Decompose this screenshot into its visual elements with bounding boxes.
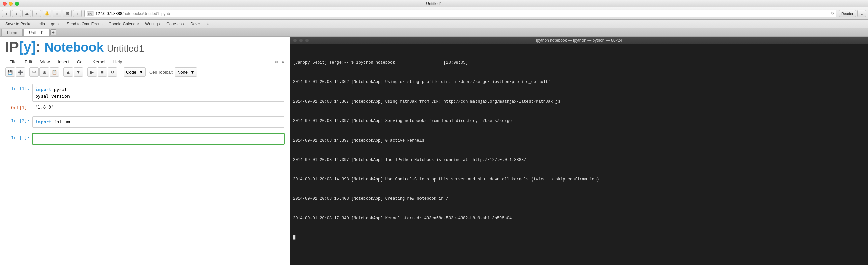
- address-host: 127.0.0.1:8888: [96, 11, 123, 16]
- toolbar-sep-1: [27, 69, 27, 75]
- cell-toolbar-arrow: ▼: [190, 70, 195, 75]
- bookmark-omnifocus[interactable]: Send to OmniFocus: [64, 21, 105, 27]
- terminal-line-2: 2014-09-01 20:08:14.367 [NotebookApp] Us…: [293, 99, 865, 105]
- logo-nb: Notebook: [41, 40, 104, 54]
- cell-prompt-in2: In [2]:: [5, 116, 32, 123]
- terminal-content: (Canopy 64bit) serge:~/ $ ipython notebo…: [290, 44, 868, 265]
- spacer-2: [5, 129, 284, 133]
- bookmark-writing[interactable]: Writing ▾: [142, 21, 163, 27]
- terminal-cursor: █: [293, 235, 865, 241]
- bookmarks-bar: Save to Pocket clip gmail Send to OmniFo…: [0, 20, 868, 28]
- note-button[interactable]: 🔔: [43, 10, 51, 17]
- menu-file[interactable]: File: [5, 58, 21, 66]
- bookmark-calendar[interactable]: Google Calendar: [106, 21, 142, 27]
- terminal-minimize[interactable]: [299, 38, 303, 42]
- notebook-menubar: File Edit View Insert Cell Kernel Help ✏…: [0, 56, 290, 66]
- move-up-button[interactable]: ▲: [63, 67, 73, 77]
- logo-bracket: [: [19, 39, 24, 55]
- menu-help[interactable]: Help: [109, 58, 127, 66]
- move-down-button[interactable]: ▼: [74, 67, 83, 77]
- traffic-lights: [3, 2, 19, 6]
- tab-untitled1[interactable]: Untitled1: [23, 29, 49, 36]
- terminal-line-7: 2014-09-01 20:08:16.408 [NotebookApp] Cr…: [293, 196, 865, 202]
- bookmark-more[interactable]: »: [204, 21, 211, 27]
- tab-home[interactable]: Home: [1, 29, 23, 36]
- bookmark-dev[interactable]: Dev ▾: [188, 21, 203, 27]
- share-button[interactable]: ↑: [32, 10, 41, 17]
- cell-type-label: Code: [126, 70, 136, 75]
- menu-edit[interactable]: Edit: [21, 58, 36, 66]
- address-bar[interactable]: IPy 127.0.0.1:8888/notebooks/Untitled1.i…: [84, 10, 836, 17]
- cell-prompt-in1: In [1]:: [5, 84, 32, 91]
- menu-kernel[interactable]: Kernel: [88, 58, 109, 66]
- add-cell-button[interactable]: ➕: [16, 67, 25, 77]
- edit-icon[interactable]: ✏: [275, 59, 279, 65]
- menu-view[interactable]: View: [36, 58, 54, 66]
- toolbar-sep-4: [119, 69, 119, 75]
- terminal-title: ipython notebook — ipython — python — 80…: [536, 38, 622, 43]
- copy-button[interactable]: ⊞: [63, 10, 72, 17]
- cell-code-line-1: import pysal: [35, 86, 281, 93]
- menu-cell[interactable]: Cell: [73, 58, 88, 66]
- bookmark-clip[interactable]: clip: [36, 21, 48, 27]
- cell-code-line-2: pysal.version: [35, 93, 281, 100]
- restart-button[interactable]: ↻: [108, 67, 117, 77]
- cell-toolbar-select[interactable]: None ▼: [175, 67, 197, 77]
- cell-group-2: In [2]: import folium: [5, 116, 284, 128]
- notebook-icons: ✏ ●: [275, 59, 284, 65]
- notebook-name[interactable]: Untitled1: [107, 43, 144, 54]
- save-button[interactable]: 💾: [5, 67, 15, 77]
- maximize-button[interactable]: [15, 2, 19, 6]
- forward-button[interactable]: ›: [12, 10, 21, 17]
- terminal-line-1: 2014-09-01 20:08:14.362 [NotebookApp] Us…: [293, 79, 865, 86]
- bookmark-courses[interactable]: Courses ▾: [164, 21, 187, 27]
- bookmark-button[interactable]: ☆: [53, 10, 61, 17]
- notebook-content: In [1]: import pysal pysal.version Out[1…: [0, 78, 290, 265]
- bookmark-gmail[interactable]: gmail: [48, 21, 63, 27]
- terminal-close[interactable]: [293, 38, 297, 42]
- close-button[interactable]: [3, 2, 7, 6]
- minimize-button[interactable]: [9, 2, 13, 6]
- keyword-import-1: import: [35, 87, 51, 92]
- new-tab-button[interactable]: +: [50, 29, 56, 35]
- terminal-line-0: (Canopy 64bit) serge:~/ $ ipython notebo…: [293, 59, 865, 66]
- stop-button[interactable]: ■: [98, 67, 107, 77]
- paste-button[interactable]: 📋: [50, 67, 59, 77]
- terminal-line-4: 2014-09-01 20:08:14.397 [NotebookApp] 0 …: [293, 138, 865, 144]
- notebook-toolbar: 💾 ➕ ✂ ⊞ 📋 ▲ ▼ ▶ ■ ↻ Code ▼ Cell Toolbar:…: [0, 66, 290, 78]
- cell-code-3[interactable]: [32, 133, 284, 145]
- cloud-button[interactable]: ☁: [22, 10, 31, 17]
- terminal-maximize[interactable]: [305, 38, 309, 42]
- terminal-panel: ipython notebook — ipython — python — 80…: [290, 37, 868, 265]
- cell-group-1: In [1]: import pysal pysal.version: [5, 84, 284, 102]
- spacer-1: [5, 112, 284, 116]
- bookmark-pocket[interactable]: Save to Pocket: [3, 21, 35, 27]
- ipy-icon: IPy: [87, 11, 94, 16]
- trusted-icon[interactable]: ●: [282, 59, 284, 65]
- back-button[interactable]: ‹: [2, 10, 11, 17]
- cell-toolbar-group: Cell Toolbar: None ▼: [149, 67, 197, 77]
- terminal-line-8: 2014-09-01 20:08:17.340 [NotebookApp] Ke…: [293, 215, 865, 222]
- cell-prompt-in3: In [ ]:: [5, 133, 32, 140]
- run-button[interactable]: ▶: [87, 67, 97, 77]
- logo-ip: IP: [5, 39, 19, 55]
- reader-button[interactable]: Reader: [839, 10, 856, 17]
- cell-code-2[interactable]: import folium: [32, 116, 284, 128]
- notebook-title-row: IP[y]: Notebook Untitled1: [5, 40, 284, 54]
- cell-output-1: '1.8.0': [32, 103, 284, 111]
- jupyter-panel: IP[y]: Notebook Untitled1 File Edit View…: [0, 37, 290, 265]
- title-bar: Untitled1: [0, 0, 868, 7]
- sidebar-toggle-button[interactable]: ≡: [857, 10, 866, 17]
- cell-code-1[interactable]: import pysal pysal.version: [32, 84, 284, 102]
- cut-button[interactable]: ✂: [29, 67, 39, 77]
- keyword-import-2: import: [35, 119, 51, 124]
- address-path: /notebooks/Untitled1.ipynb: [123, 11, 170, 16]
- cell-type-select[interactable]: Code ▼: [124, 67, 146, 77]
- add-tab-button[interactable]: +: [73, 10, 82, 17]
- browser-toolbar: ‹ › ☁ ↑ 🔔 ☆ ⊞ + IPy 127.0.0.1:8888/noteb…: [0, 7, 868, 20]
- terminal-traffic-lights: [293, 38, 309, 42]
- reload-icon[interactable]: ↻: [831, 11, 834, 16]
- terminal-line-5: 2014-09-01 20:08:14.397 [NotebookApp] Th…: [293, 157, 865, 163]
- copy-cell-button[interactable]: ⊞: [39, 67, 49, 77]
- menu-insert[interactable]: Insert: [54, 58, 73, 66]
